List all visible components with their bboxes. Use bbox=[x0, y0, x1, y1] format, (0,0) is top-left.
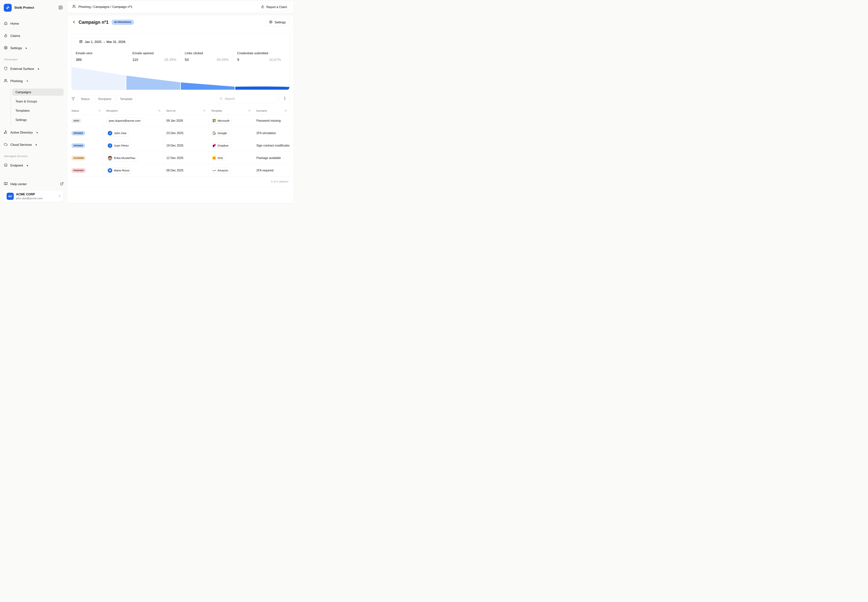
sidebar-item-settings[interactable]: Settings bbox=[4, 45, 64, 52]
table-row[interactable]: CLICKED Erika Musterfrau 12 Dec 2025 DHL… bbox=[71, 152, 289, 164]
status-cell: OPENED bbox=[71, 127, 103, 139]
recipient-chip[interactable]: JJuan Pérez bbox=[106, 142, 131, 149]
sidebar-item-help-center[interactable]: Help center bbox=[4, 182, 64, 187]
template-cell: Amazon bbox=[208, 164, 253, 177]
svg-text:Express: Express bbox=[213, 158, 215, 159]
status-badge-opened: OPENED bbox=[71, 131, 85, 135]
filter-recipient-button[interactable]: Recipient bbox=[95, 95, 115, 103]
dropbox-logo-icon bbox=[212, 144, 216, 147]
table-row[interactable]: OPENED JJuan Pérez 19 Dec 2025 Dropbox S… bbox=[71, 139, 289, 152]
recipient-cell: JJohn Doe bbox=[103, 127, 163, 139]
column-header-scenario[interactable]: Scenario bbox=[253, 107, 289, 114]
sent-on-cell: 19 Dec 2025 bbox=[163, 140, 208, 152]
phishing-submenu: Campaigns Team & Groups Templates Settin… bbox=[4, 88, 64, 126]
home-icon bbox=[4, 21, 8, 26]
submenu-label: Team & Groups bbox=[15, 100, 37, 103]
users-icon bbox=[72, 5, 76, 9]
recipient-chip[interactable]: JJohn Doe bbox=[106, 130, 129, 137]
filter-status-button[interactable]: Status bbox=[78, 95, 93, 103]
stat-value: 110 bbox=[132, 58, 138, 62]
sort-icon[interactable] bbox=[284, 109, 287, 112]
top-bar: Phishing / Campaigns / Campaign nº1 Repo… bbox=[67, 1, 294, 13]
submenu-item-team-groups[interactable]: Team & Groups bbox=[12, 98, 64, 105]
recipient-chip[interactable]: jean.dupont@acme.com bbox=[106, 117, 143, 124]
sidebar-item-label: Active Directory bbox=[10, 131, 33, 135]
campaign-title-row: Campaign nº1 IN PROGRESS Settings bbox=[67, 15, 293, 29]
org-switcher[interactable]: AC ACME CORP john.doe@acme.com bbox=[4, 190, 64, 202]
table-footer: 5 of 5 attacks bbox=[71, 177, 289, 187]
template-chip[interactable]: DHLExpressDHL bbox=[211, 155, 226, 161]
sidebar-item-home[interactable]: Home bbox=[4, 20, 64, 28]
scenario-cell: Sign contract modification bbox=[253, 140, 289, 152]
laptop-icon bbox=[4, 163, 8, 168]
report-claim-button[interactable]: Report a Claim bbox=[257, 3, 290, 11]
stat-value: 54 bbox=[185, 58, 189, 62]
sidebar-item-claims[interactable]: Claims bbox=[4, 32, 64, 40]
column-label: Template bbox=[211, 109, 222, 112]
campaign-settings-button[interactable]: Settings bbox=[266, 18, 289, 26]
submenu-item-templates[interactable]: Templates bbox=[12, 107, 64, 114]
stat-percent: 28.49% bbox=[164, 58, 176, 62]
status-cell: OPENED bbox=[71, 140, 103, 152]
dropbox-logo-chip[interactable]: Dropbox bbox=[211, 143, 231, 149]
breadcrumb[interactable]: Phishing / Campaigns / Campaign nº1 bbox=[72, 5, 257, 9]
scenario-cell: 2FA simulation bbox=[253, 127, 289, 139]
stat-links-clicked: Links clicked 5449.09% bbox=[180, 51, 233, 63]
sort-icon[interactable] bbox=[98, 109, 101, 112]
org-avatar: AC bbox=[6, 193, 14, 200]
brand-name: Stoïk Protect bbox=[14, 6, 58, 9]
sidebar-item-active-directory[interactable]: Active Directory bbox=[4, 129, 64, 137]
sidebar-item-label: Settings bbox=[10, 46, 22, 50]
section-label-managed-services: Managed Services bbox=[4, 154, 64, 158]
column-header-recipient[interactable]: Recipient bbox=[103, 107, 163, 114]
sidebar-item-phishing[interactable]: Phishing bbox=[4, 77, 64, 85]
column-header-sent-on[interactable]: Sent on bbox=[163, 107, 208, 114]
filter-template-button[interactable]: Template bbox=[117, 95, 136, 103]
table-row[interactable]: OPENED JJohn Doe 23 Dec 2025 Google 2FA … bbox=[71, 127, 289, 139]
scenario-cell: Password missing bbox=[253, 115, 289, 127]
template-chip[interactable]: Amazon bbox=[211, 167, 231, 173]
sort-icon[interactable] bbox=[158, 109, 161, 112]
amazon-logo-icon bbox=[212, 169, 216, 172]
sent-on-cell: 12 Dec 2025 bbox=[163, 152, 208, 164]
column-label: Recipient bbox=[106, 109, 118, 112]
sort-icon[interactable] bbox=[248, 109, 251, 112]
main-area: Phishing / Campaigns / Campaign nº1 Repo… bbox=[67, 0, 295, 205]
column-header-template[interactable]: Template bbox=[208, 107, 253, 114]
template-label: Dropbox bbox=[218, 144, 229, 147]
sidebar-collapse-button[interactable] bbox=[58, 5, 64, 11]
sort-icon[interactable] bbox=[203, 109, 206, 112]
microsoft-logo-icon bbox=[212, 119, 216, 123]
recipient-chip[interactable]: Erika Musterfrau bbox=[106, 155, 138, 161]
template-label: Amazon bbox=[218, 169, 228, 172]
chevron-right-icon bbox=[37, 132, 38, 134]
overview-top: Jan 1, 2025 → Mar 31, 2026 Emails sent 3… bbox=[72, 34, 289, 63]
breadcrumb-text: Phishing / Campaigns / Campaign nº1 bbox=[78, 5, 132, 9]
table-row[interactable]: SENT jean.dupont@acme.com 09 Jan 2026 Mi… bbox=[71, 114, 289, 127]
network-icon bbox=[4, 130, 8, 135]
date-range-picker[interactable]: Jan 1, 2025 → Mar 31, 2026 bbox=[76, 38, 129, 46]
submenu-item-settings[interactable]: Settings bbox=[12, 116, 64, 123]
stat-label: Links clicked bbox=[185, 51, 229, 55]
submenu-item-campaigns[interactable]: Campaigns bbox=[12, 89, 64, 96]
sent-on-cell: 09 Dec 2025 bbox=[163, 164, 208, 177]
avatar: J bbox=[108, 143, 112, 148]
sidebar-item-endpoint[interactable]: Endpoint bbox=[4, 162, 64, 169]
status-badge-clicked: CLICKED bbox=[71, 156, 86, 160]
overview-card: Jan 1, 2025 → Mar 31, 2026 Emails sent 3… bbox=[71, 34, 289, 90]
scenario-cell: 2FA required bbox=[253, 164, 289, 177]
template-chip[interactable]: Google bbox=[211, 131, 229, 136]
search-input[interactable] bbox=[225, 97, 275, 101]
sidebar-item-cloud-services[interactable]: Cloud Services bbox=[4, 141, 64, 149]
column-label: Scenario bbox=[256, 109, 267, 112]
column-header-status[interactable]: Status bbox=[71, 107, 103, 114]
recipient-chip[interactable]: MMario Rossi bbox=[106, 167, 132, 174]
search-box bbox=[217, 95, 278, 103]
sidebar-item-label: Home bbox=[10, 22, 19, 26]
status-badge-opened: OPENED bbox=[71, 143, 85, 148]
template-chip[interactable]: Microsoft bbox=[211, 118, 232, 124]
table-row[interactable]: PHISHED MMario Rossi 09 Dec 2025 Amazon … bbox=[71, 164, 289, 177]
sidebar-item-external-surface[interactable]: External Surface bbox=[4, 65, 64, 73]
more-options-button[interactable] bbox=[280, 95, 289, 103]
back-button[interactable] bbox=[72, 20, 76, 25]
